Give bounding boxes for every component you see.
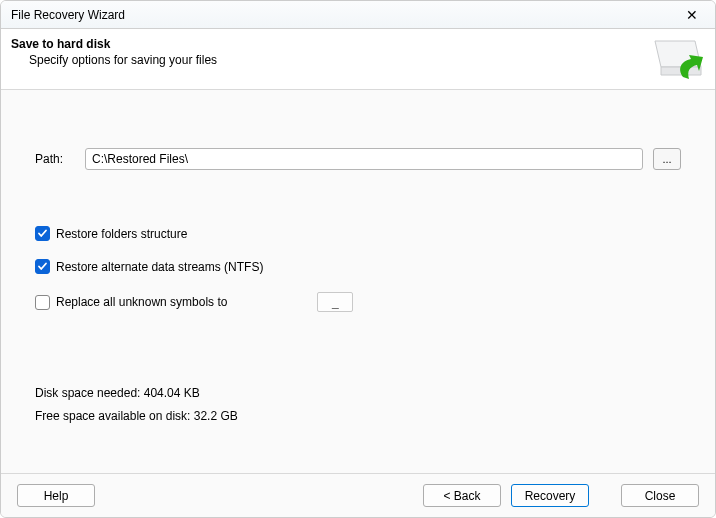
wizard-body: Path: ... Restore folders structure Rest… bbox=[1, 90, 715, 473]
close-button[interactable]: Close bbox=[621, 484, 699, 507]
close-icon: ✕ bbox=[686, 8, 698, 22]
page-subtitle: Specify options for saving your files bbox=[29, 53, 649, 67]
restore-ads-label: Restore alternate data streams (NTFS) bbox=[56, 260, 263, 274]
wizard-header-text: Save to hard disk Specify options for sa… bbox=[11, 37, 649, 67]
disk-space-free: Free space available on disk: 32.2 GB bbox=[35, 405, 681, 428]
help-button[interactable]: Help bbox=[17, 484, 95, 507]
restore-folders-label: Restore folders structure bbox=[56, 227, 187, 241]
options-group: Restore folders structure Restore altern… bbox=[35, 226, 681, 312]
restore-folders-checkbox[interactable] bbox=[35, 226, 50, 241]
replace-symbols-row: Replace all unknown symbols to bbox=[35, 292, 681, 312]
wizard-header: Save to hard disk Specify options for sa… bbox=[1, 29, 715, 90]
window-title: File Recovery Wizard bbox=[11, 8, 675, 22]
title-bar: File Recovery Wizard ✕ bbox=[1, 1, 715, 29]
restore-ads-row: Restore alternate data streams (NTFS) bbox=[35, 259, 681, 274]
window-close-button[interactable]: ✕ bbox=[675, 4, 709, 26]
browse-button-label: ... bbox=[662, 153, 671, 165]
hard-disk-recovery-icon bbox=[649, 37, 705, 79]
recovery-button[interactable]: Recovery bbox=[511, 484, 589, 507]
path-input[interactable] bbox=[85, 148, 643, 170]
replace-symbol-input[interactable] bbox=[317, 292, 353, 312]
page-title: Save to hard disk bbox=[11, 37, 649, 51]
disk-info: Disk space needed: 404.04 KB Free space … bbox=[35, 382, 681, 428]
browse-button[interactable]: ... bbox=[653, 148, 681, 170]
restore-ads-checkbox[interactable] bbox=[35, 259, 50, 274]
replace-symbols-checkbox[interactable] bbox=[35, 295, 50, 310]
disk-space-needed: Disk space needed: 404.04 KB bbox=[35, 382, 681, 405]
path-row: Path: ... bbox=[35, 148, 681, 170]
restore-folders-row: Restore folders structure bbox=[35, 226, 681, 241]
back-button[interactable]: < Back bbox=[423, 484, 501, 507]
path-label: Path: bbox=[35, 152, 75, 166]
replace-symbols-label: Replace all unknown symbols to bbox=[56, 295, 227, 309]
wizard-footer: Help < Back Recovery Close bbox=[1, 473, 715, 517]
